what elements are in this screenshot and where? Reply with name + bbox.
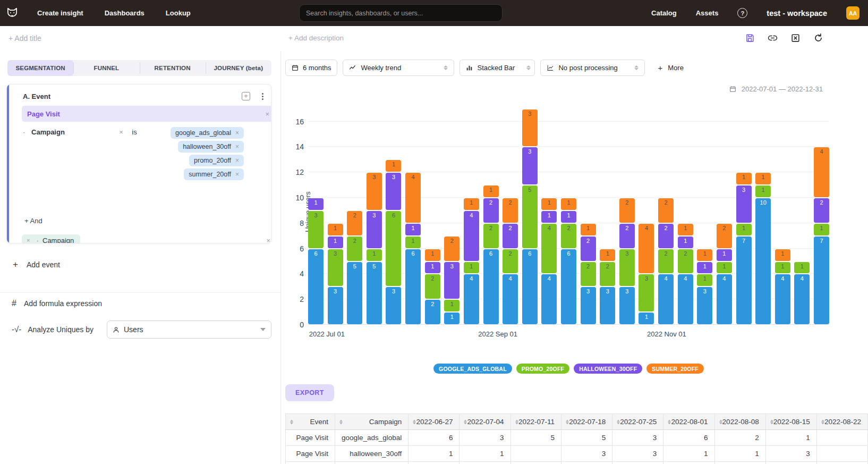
help-icon[interactable]: ? [737,8,747,18]
bar-segment-summer_20off[interactable]: 2 [658,198,674,223]
refresh-icon[interactable] [813,33,823,43]
bar-segment-halloween_30off[interactable]: 1 [328,237,343,248]
add-filter-icon[interactable]: + [242,92,250,100]
remove-breakdown-icon[interactable]: × [27,237,30,243]
nav-create-insight[interactable]: Create insight [37,9,83,17]
bar-segment-halloween_30off[interactable]: 2 [581,237,596,261]
bar-segment-summer_20off[interactable]: 1 [600,249,615,261]
bar-segment-google_ads_global[interactable]: 6 [483,249,499,324]
bar-segment-google_ads_global[interactable]: 4 [503,274,518,324]
column-header-2022-08-08[interactable]: 2022-08-08 [714,414,765,430]
clear-breakdown-icon[interactable]: × [266,237,270,244]
bar-segment-promo_20off[interactable]: 2 [658,249,674,274]
bar-segment-summer_20off[interactable]: 1 [736,173,752,184]
bar-segment-halloween_30off[interactable]: 2 [483,198,499,223]
filter-value-chip[interactable]: promo_20off× [189,155,244,166]
bar-segment-halloween_30off[interactable]: 1 [425,262,440,274]
bar-segment-summer_20off[interactable]: 1 [541,198,557,210]
bar-segment-google_ads_global[interactable]: 3 [697,287,712,324]
bar-segment-google_ads_global[interactable]: 6 [405,249,421,324]
sort-icon[interactable] [617,419,620,424]
bar-segment-promo_20off[interactable]: 2 [483,224,499,248]
sort-icon[interactable] [821,419,824,424]
period-button[interactable]: 6 months [285,60,337,76]
column-header-2022-08-15[interactable]: 2022-08-15 [765,414,816,430]
tab-funnel[interactable]: FUNNEL [73,60,139,76]
bar-segment-summer_20off[interactable]: 4 [639,224,654,274]
remove-value-icon[interactable]: × [235,143,239,150]
bar-segment-promo_20off[interactable]: 1 [814,224,829,235]
bar-segment-halloween_30off[interactable]: 3 [736,185,752,223]
bar-segment-halloween_30off[interactable]: 3 [444,262,459,299]
sort-icon[interactable] [339,419,343,424]
post-processing-select[interactable]: No post processing [540,60,645,76]
sort-icon[interactable] [515,419,518,424]
sort-icon[interactable] [770,419,773,424]
bar-segment-summer_20off[interactable]: 2 [444,237,459,261]
bar-segment-halloween_30off[interactable]: 2 [503,224,518,248]
column-header-2022-07-11[interactable]: 2022-07-11 [510,414,561,430]
bar-segment-google_ads_global[interactable]: 1 [639,313,654,324]
bar-segment-halloween_30off[interactable]: 1 [405,224,421,235]
bar-segment-halloween_30off[interactable]: 1 [308,198,324,210]
column-header-2022-07-18[interactable]: 2022-07-18 [561,414,612,430]
sort-icon[interactable] [290,419,293,424]
bar-segment-summer_20off[interactable]: 1 [386,160,401,172]
sort-icon[interactable] [719,419,722,424]
breakdown-chip[interactable]: × · Campaign [22,234,80,244]
bar-segment-google_ads_global[interactable]: 3 [600,287,615,324]
bar-segment-summer_20off[interactable]: 1 [581,224,596,235]
more-options-icon[interactable] [262,93,263,100]
bar-segment-promo_20off[interactable]: 2 [581,262,596,286]
sort-icon[interactable] [464,419,467,424]
bar-segment-google_ads_global[interactable]: 4 [658,274,674,324]
bar-segment-halloween_30off[interactable]: 3 [367,211,382,248]
bar-segment-google_ads_global[interactable]: 6 [308,249,324,324]
bar-segment-promo_20off[interactable]: 3 [619,249,635,286]
bar-segment-promo_20off[interactable]: 1 [775,262,790,274]
column-header-2022-06-27[interactable]: 2022-06-27 [409,414,459,430]
bar-segment-promo_20off[interactable]: 1 [464,262,479,274]
bar-segment-google_ads_global[interactable]: 3 [581,287,596,324]
bar-segment-summer_20off[interactable]: 3 [522,109,538,147]
column-header-event[interactable]: Event [286,414,335,430]
bar-segment-google_ads_global[interactable]: 10 [755,198,771,324]
nav-dashboards[interactable]: Dashboards [105,9,144,17]
search-input[interactable]: Search insights, dashboards, or users... [299,4,503,22]
event-name[interactable]: Page Visit [27,110,265,118]
bar-segment-summer_20off[interactable]: 4 [405,173,421,223]
remove-filter-icon[interactable]: × [119,128,123,136]
close-box-icon[interactable] [790,33,801,43]
bar-segment-promo_20off[interactable]: 5 [522,185,538,248]
bar-segment-google_ads_global[interactable]: 7 [736,237,752,324]
legend-item-promo_20off[interactable]: PROMO_20OFF [516,364,569,374]
link-icon[interactable] [768,33,778,43]
bar-segment-google_ads_global[interactable]: 6 [561,249,576,324]
filter-value-chip[interactable]: summer_20off× [184,168,244,180]
bar-segment-google_ads_global[interactable]: 6 [522,249,538,324]
bar-segment-promo_20off[interactable]: 1 [736,224,752,235]
chart-type-select[interactable]: Stacked Bar [459,60,535,76]
remove-value-icon[interactable]: × [235,171,239,178]
legend-item-google_ads_global[interactable]: GOOGLE_ADS_GLOBAL [433,364,512,374]
bar-segment-halloween_30off[interactable]: 4 [464,211,479,261]
column-header-2022-08-22[interactable]: 2022-08-22 [816,414,867,430]
bar-segment-promo_20off[interactable]: 3 [308,211,324,248]
filter-value-chip[interactable]: google_ads_global× [171,127,244,139]
bar-segment-halloween_30off[interactable]: 1 [717,249,732,261]
bar-segment-promo_20off[interactable]: 4 [541,224,557,274]
bar-segment-summer_20off[interactable]: 1 [425,249,440,261]
bar-segment-summer_20off[interactable]: 1 [328,224,343,235]
column-header-campaign[interactable]: Campaign [335,414,408,430]
bar-segment-halloween_30off[interactable]: 2 [814,198,829,223]
bar-segment-google_ads_global[interactable]: 4 [464,274,479,324]
add-event-button[interactable]: + Add event [13,259,60,270]
bar-segment-summer_20off[interactable]: 2 [503,198,518,223]
bar-segment-promo_20off[interactable]: 1 [794,262,810,274]
bar-segment-halloween_30off[interactable]: 1 [541,211,557,223]
bar-segment-summer_20off[interactable]: 1 [561,198,576,210]
filter-value-chip[interactable]: halloween_30off× [178,141,244,153]
bar-segment-halloween_30off[interactable]: 2 [619,224,635,248]
bar-segment-promo_20off[interactable]: 1 [444,300,459,311]
bar-segment-summer_20off[interactable]: 1 [697,249,712,261]
